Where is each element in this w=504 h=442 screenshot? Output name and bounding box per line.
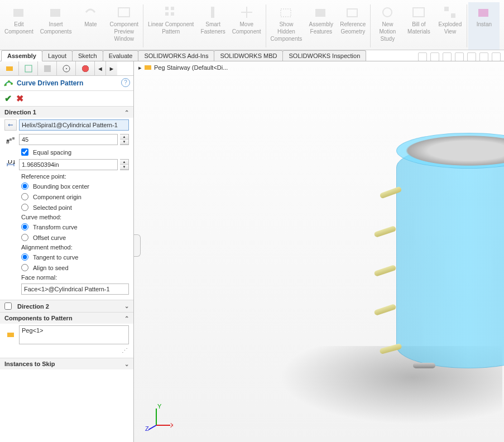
svg-rect-2 [118, 8, 129, 17]
expand-tree-icon[interactable]: ▸ [138, 64, 142, 71]
assembly-features-button[interactable]: AssemblyFeatures [305, 2, 337, 50]
svg-point-23 [4, 84, 7, 86]
svg-point-22 [82, 65, 89, 72]
exploded-view-button[interactable]: ExplodedView [434, 2, 465, 50]
svg-rect-12 [413, 8, 424, 17]
ok-button[interactable]: ✔ [4, 93, 12, 104]
clip-icon [83, 4, 98, 20]
breadcrumb[interactable]: ▸ Peg Stairway (Default<Di... [138, 64, 228, 71]
nav-right-tab[interactable]: ► [106, 61, 117, 75]
bom-button[interactable]: Bill ofMaterials [403, 2, 434, 50]
components-header[interactable]: Components to Pattern⌃ [0, 313, 133, 324]
instance-count-input[interactable]: 45 [19, 134, 118, 145]
assembly-icon [144, 64, 152, 71]
face-normal-label: Face normal: [0, 273, 133, 282]
cancel-button[interactable]: ✖ [16, 93, 23, 104]
tab-sketch[interactable]: Sketch [72, 50, 103, 61]
instances-skip-header[interactable]: Instances to Skip⌄ [0, 358, 133, 369]
tab-evaluate[interactable]: Evaluate [103, 50, 139, 61]
cube-edit-icon [11, 4, 27, 20]
cube-hidden-icon [279, 4, 294, 20]
direction2-checkbox[interactable] [4, 302, 12, 310]
direction2-header[interactable]: Direction 2 ⌄ [0, 300, 133, 312]
svg-rect-8 [281, 9, 291, 17]
zoom-fit-icon[interactable] [418, 52, 427, 61]
spacing-spinner[interactable]: ▲▼ [120, 159, 129, 170]
plane-icon [345, 4, 361, 20]
help-icon[interactable]: ? [121, 78, 130, 87]
tab-layout[interactable]: Layout [42, 50, 73, 61]
move-component-button[interactable]: MoveComponent [229, 2, 265, 50]
direction1-header[interactable]: Direction 1⌃ [0, 107, 133, 118]
motion-study-button[interactable]: NewMotionStudy [372, 2, 403, 50]
instant-button[interactable]: Instan [468, 2, 500, 50]
model-cylinder [396, 145, 504, 368]
more-views-icon[interactable] [492, 52, 501, 61]
svg-rect-27 [9, 138, 12, 141]
equal-spacing-checkbox[interactable] [21, 148, 28, 156]
smart-fasteners-button[interactable]: SmartFasteners [197, 2, 228, 50]
face-normal-input[interactable]: Face<1>@Cylindrical Pattern-1 [21, 284, 129, 295]
svg-rect-13 [444, 7, 449, 11]
view-settings-icon[interactable] [479, 52, 488, 61]
zoom-area-icon[interactable] [430, 52, 439, 61]
scene-icon[interactable] [467, 52, 476, 61]
config-manager-tab[interactable] [38, 61, 57, 75]
tab-addins[interactable]: SOLIDWORKS Add-Ins [138, 50, 214, 61]
curve-offset-radio[interactable] [21, 234, 28, 241]
list-icon [24, 64, 33, 73]
nav-left-tab[interactable]: ◄ [95, 61, 106, 75]
table-icon [411, 4, 426, 20]
chevron-down-icon: ⌄ [124, 361, 129, 367]
mate-button[interactable]: Mate [75, 2, 106, 50]
direction-curve-input[interactable]: Helix/Spiral1@Cylindrical Pattern-1 [19, 119, 129, 131]
align-seed-radio[interactable] [21, 264, 28, 271]
tab-assembly[interactable]: Assembly [1, 50, 42, 61]
reference-point-label: Reference point: [0, 172, 133, 181]
svg-point-25 [11, 83, 13, 85]
orientation-triad[interactable]: Y X Z [145, 403, 173, 431]
linear-pattern-button[interactable]: Linear ComponentPattern [145, 2, 197, 50]
tab-mbd[interactable]: SOLIDWORKS MBD [214, 50, 283, 61]
property-manager-tab[interactable] [19, 61, 38, 75]
section-view-icon[interactable] [443, 52, 452, 61]
manager-tabs: ◄ ► [0, 61, 133, 76]
show-hidden-button[interactable]: ShowHiddenComponents [267, 2, 306, 50]
reverse-direction-button[interactable] [4, 119, 17, 131]
curve-transform-radio[interactable] [21, 223, 28, 230]
edit-component-button[interactable]: EditComponent [1, 2, 37, 50]
ref-origin-radio[interactable] [21, 193, 28, 200]
align-tangent-radio[interactable] [21, 253, 28, 261]
panel-flyout-handle[interactable] [134, 234, 141, 257]
instant-icon [476, 4, 492, 20]
components-list[interactable]: Peg<1> [19, 325, 129, 344]
arrow-bidir-icon [7, 122, 14, 128]
equal-spacing-label: Equal spacing [33, 149, 71, 156]
svg-rect-18 [44, 65, 51, 72]
ref-bounding-radio[interactable] [21, 182, 28, 190]
feature-manager-tab[interactable] [0, 61, 19, 75]
reference-geometry-button[interactable]: ReferenceGeometry [337, 2, 369, 50]
svg-rect-9 [315, 9, 325, 17]
svg-rect-4 [171, 7, 174, 10]
svg-rect-0 [13, 9, 23, 17]
svg-line-37 [148, 425, 156, 430]
svg-rect-5 [165, 12, 169, 16]
svg-point-20 [66, 68, 67, 69]
assembly-icon [5, 64, 14, 73]
tab-inspection[interactable]: SOLIDWORKS Inspection [282, 50, 366, 61]
display-style-icon[interactable] [455, 52, 464, 61]
peg-instance [373, 225, 396, 238]
dimxpert-tab[interactable] [57, 61, 76, 75]
ref-selected-radio[interactable] [21, 204, 28, 211]
preview-window-button[interactable]: ComponentPreviewWindow [106, 2, 142, 50]
display-manager-tab[interactable] [76, 61, 95, 75]
svg-rect-7 [211, 7, 214, 18]
bolt-icon [205, 4, 221, 20]
svg-text:D1: D1 [8, 160, 15, 165]
count-spinner[interactable]: ▲▼ [120, 134, 129, 145]
graphics-area[interactable]: ▸ Peg Stairway (Default<Di... Y X Z [134, 61, 504, 442]
expand-handle-icon[interactable]: ⋰ [122, 347, 128, 354]
spacing-input[interactable]: 1.96850394in [19, 159, 118, 170]
insert-components-button[interactable]: InsertComponents [37, 2, 75, 50]
